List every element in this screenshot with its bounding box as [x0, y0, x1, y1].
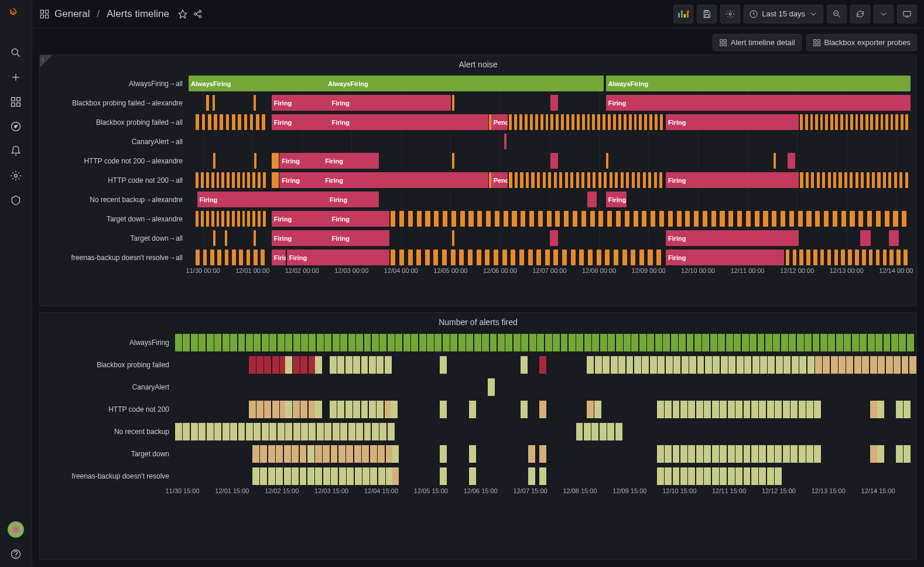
histogram-cell[interactable]	[751, 467, 758, 485]
histogram-cell[interactable]	[317, 334, 324, 351]
histogram-cell[interactable]	[642, 356, 649, 374]
histogram-cell[interactable]	[364, 334, 371, 351]
histogram-cell[interactable]	[789, 334, 796, 351]
histogram-cell[interactable]	[712, 445, 719, 463]
timeline-segment[interactable]	[254, 153, 256, 169]
histogram-cell[interactable]	[820, 334, 827, 351]
histogram-cell[interactable]	[361, 356, 368, 374]
timeline-segment[interactable]: Pending	[491, 172, 508, 188]
histogram-cell[interactable]	[737, 356, 744, 374]
histogram-cell[interactable]	[347, 467, 354, 485]
histogram-cell[interactable]	[846, 356, 853, 374]
histogram-cell[interactable]	[301, 334, 308, 351]
histogram-cell[interactable]	[744, 356, 751, 374]
histogram-cell[interactable]	[759, 445, 766, 463]
histogram-cell[interactable]	[309, 334, 316, 351]
histogram-cell[interactable]	[587, 356, 594, 374]
histogram-cell[interactable]	[704, 467, 711, 485]
histogram-cell[interactable]	[673, 467, 680, 485]
histogram-cell[interactable]	[799, 445, 806, 463]
histogram-cell[interactable]	[345, 401, 353, 418]
histogram-cell[interactable]	[246, 423, 253, 440]
configuration-icon[interactable]	[4, 164, 28, 187]
histogram-cell[interactable]	[276, 467, 283, 485]
histogram-cell[interactable]	[528, 445, 535, 463]
histogram-cell[interactable]	[175, 423, 182, 440]
histogram-cell[interactable]	[285, 334, 292, 351]
timeline-segment[interactable]	[225, 230, 227, 246]
histogram-cell[interactable]	[647, 334, 654, 351]
histogram-cell[interactable]	[469, 467, 476, 485]
histogram-cell[interactable]	[521, 334, 528, 351]
timeline-segment[interactable]	[206, 95, 209, 111]
histogram-cell[interactable]	[696, 401, 703, 418]
timeline-segment[interactable]: Firing	[666, 172, 799, 188]
histogram-cell[interactable]	[269, 423, 276, 440]
histogram-cell[interactable]	[191, 423, 198, 440]
histogram-cell[interactable]	[584, 334, 591, 351]
link-alert-timeline-detail[interactable]: Alert timeline detail	[713, 34, 802, 51]
histogram-cell[interactable]	[521, 356, 528, 374]
histogram-cell[interactable]	[276, 445, 283, 463]
histogram-cell[interactable]	[720, 467, 727, 485]
histogram-cell[interactable]	[831, 356, 838, 374]
histogram-cell[interactable]	[300, 401, 307, 418]
histogram-cell[interactable]	[315, 356, 322, 374]
histogram-cell[interactable]	[752, 356, 759, 374]
histogram-cell[interactable]	[603, 356, 610, 374]
histogram-cell[interactable]	[705, 356, 712, 374]
histogram-cell[interactable]	[783, 445, 790, 463]
histogram-cell[interactable]	[799, 356, 806, 374]
histogram-cell[interactable]	[631, 334, 638, 351]
help-icon[interactable]	[4, 542, 28, 566]
histogram-cell[interactable]	[354, 445, 361, 463]
panel-grid-icon[interactable]	[39, 9, 50, 19]
histogram-cell[interactable]	[891, 334, 898, 351]
histogram-cell[interactable]	[790, 445, 798, 463]
timeline-segment[interactable]	[272, 172, 279, 188]
server-admin-icon[interactable]	[4, 189, 28, 212]
histogram-cell[interactable]	[377, 356, 384, 374]
histogram-cell[interactable]	[340, 334, 347, 351]
histogram-cell[interactable]	[721, 356, 728, 374]
tv-mode-button[interactable]	[897, 5, 917, 23]
histogram-cell[interactable]	[364, 423, 371, 440]
histogram-cell[interactable]	[331, 445, 338, 463]
panel-alert-noise[interactable]: i Alert noise AlwaysFiring→allBlackbox p…	[39, 54, 917, 306]
histogram-cell[interactable]	[658, 356, 665, 374]
histogram-cell[interactable]	[539, 356, 546, 374]
histogram-cell[interactable]	[665, 445, 672, 463]
histogram-cell[interactable]	[238, 423, 245, 440]
histogram-cell[interactable]	[768, 356, 775, 374]
histogram-cell[interactable]	[775, 401, 782, 418]
histogram-cell[interactable]	[330, 356, 337, 374]
timeline-segment[interactable]	[213, 153, 215, 169]
histogram-cell[interactable]	[663, 334, 670, 351]
histogram-cell[interactable]	[726, 334, 733, 351]
histogram-cell[interactable]	[689, 356, 696, 374]
histogram-cell[interactable]	[902, 356, 909, 374]
histogram-cell[interactable]	[521, 401, 528, 418]
histogram-cell[interactable]	[370, 467, 377, 485]
histogram-cell[interactable]	[655, 334, 662, 351]
histogram-cell[interactable]	[775, 467, 782, 485]
histogram-cell[interactable]	[377, 401, 384, 418]
histogram-cell[interactable]	[584, 423, 591, 440]
histogram-cell[interactable]	[469, 445, 476, 463]
histogram-cell[interactable]	[680, 401, 687, 418]
histogram-cell[interactable]	[870, 445, 877, 463]
histogram-cell[interactable]	[611, 356, 618, 374]
histogram-cell[interactable]	[671, 334, 678, 351]
histogram-cell[interactable]	[751, 401, 758, 418]
histogram-cell[interactable]	[657, 467, 664, 485]
plus-icon[interactable]	[4, 66, 28, 89]
histogram-cell[interactable]	[333, 334, 340, 351]
histogram-cell[interactable]	[362, 445, 369, 463]
histogram-cell[interactable]	[214, 334, 221, 351]
histogram-cell[interactable]	[712, 401, 719, 418]
histogram-cell[interactable]	[783, 356, 790, 374]
histogram-cell[interactable]	[443, 334, 450, 351]
histogram-cell[interactable]	[392, 467, 399, 485]
timeline-segment[interactable]	[452, 230, 454, 246]
histogram-cell[interactable]	[337, 356, 344, 374]
